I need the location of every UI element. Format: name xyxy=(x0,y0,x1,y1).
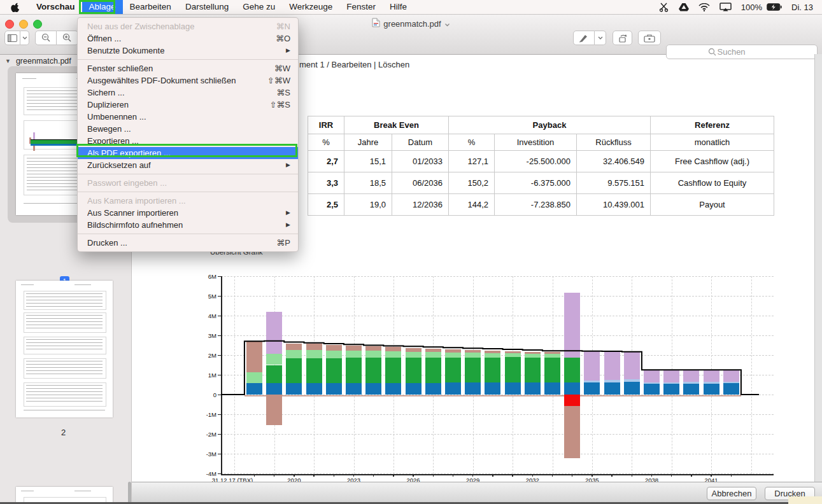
markup-pen-button[interactable] xyxy=(573,31,595,45)
menu-item-label: Bildschirmfoto aufnehmen xyxy=(87,219,278,231)
zoom-out-button[interactable] xyxy=(35,31,57,45)
menu-item[interactable]: Exportieren ... xyxy=(78,135,298,147)
markup-control xyxy=(573,31,606,45)
apple-menu-icon[interactable] xyxy=(0,2,29,12)
menu-item[interactable]: Ausgewähltes PDF-Dokument schließen⇧⌘W xyxy=(78,74,298,87)
menu-item-label: Ausgewähltes PDF-Dokument schließen xyxy=(87,74,260,87)
table-column-header: Rückfluss xyxy=(577,134,651,151)
table-row: 3,318,506/2036150,2-6.375.0009.575.151Ca… xyxy=(308,172,774,194)
menubar-item-hilfe[interactable]: Hilfe xyxy=(383,0,414,14)
table-cell: 150,2 xyxy=(449,172,495,194)
table-cell: 2,7 xyxy=(308,151,344,172)
markup-chevron[interactable] xyxy=(595,31,606,45)
screenshot-tool-icon[interactable] xyxy=(659,2,669,12)
search-input[interactable] xyxy=(716,46,776,57)
zoom-in-button[interactable] xyxy=(57,31,78,45)
menu-item[interactable]: Aus Scanner importieren▶ xyxy=(78,207,298,219)
sidebar-view-control xyxy=(4,31,29,45)
menu-item-label: Als PDF exportieren ... xyxy=(87,147,290,159)
table-cell: Free Cashflow (adj.) xyxy=(651,151,774,172)
menu-item[interactable]: Benutzte Dokumente▶ xyxy=(78,45,298,57)
document-breadcrumb[interactable]: ment 1 / Bearbeiten | Löschen xyxy=(299,60,409,69)
table-cell: 9.575.151 xyxy=(577,172,651,194)
clock-date-label[interactable]: Di. 13 xyxy=(791,3,813,12)
menu-item-shortcut: ⌘O xyxy=(276,32,290,45)
menubar-item-bearbeiten[interactable]: Bearbeiten xyxy=(123,0,178,14)
menubar-item-fenster[interactable]: Fenster xyxy=(339,0,383,14)
table-cell: 01/2033 xyxy=(392,151,449,172)
table-cell: 127,1 xyxy=(449,151,495,172)
window-title-text[interactable]: greenmatch.pdf xyxy=(383,19,441,29)
menu-item[interactable]: Duplizieren⇧⌘S xyxy=(78,99,298,111)
menu-item-label: Zurücksetzen auf xyxy=(87,159,278,171)
search-field[interactable] xyxy=(666,45,818,59)
pdf-document-icon xyxy=(372,18,380,29)
battery-charging-icon[interactable] xyxy=(767,3,782,11)
chevron-down-icon[interactable] xyxy=(444,19,450,29)
menubar-item-vorschau[interactable]: Vorschau xyxy=(29,0,82,14)
table-cell: 06/2036 xyxy=(392,172,449,194)
table-cell: 18,5 xyxy=(344,172,392,194)
page-thumbnail-3[interactable] xyxy=(16,487,113,504)
table-column-header: Investition xyxy=(495,134,577,151)
menu-item-label: Duplizieren xyxy=(87,99,262,111)
sidebar-doc-title: greenmatch.pdf xyxy=(16,57,71,66)
menubar-item-gehe-zu[interactable]: Gehe zu xyxy=(236,0,282,14)
menu-item[interactable]: Zurücksetzen auf▶ xyxy=(78,159,298,171)
menu-item-label: Passwort eingeben ... xyxy=(87,177,290,189)
toolbox-button[interactable] xyxy=(638,31,661,45)
menu-item-shortcut: ⌘S xyxy=(276,87,290,99)
rotate-button[interactable] xyxy=(613,31,632,45)
page-number-label: 2 xyxy=(61,428,66,437)
menu-item[interactable]: Fenster schließen⌘W xyxy=(78,62,298,74)
drive-icon[interactable] xyxy=(679,3,689,11)
table-cell: Payout xyxy=(651,194,774,216)
desktop-corner-peek xyxy=(788,496,822,504)
results-table: IRRBreak EvenPaybackReferenz%JahreDatum%… xyxy=(308,116,774,216)
sidebar-scrollbar[interactable] xyxy=(128,482,131,503)
menu-bar-status: 100% Di. 13 xyxy=(659,2,822,12)
sidebar-doc-header[interactable]: ▼ greenmatch.pdf xyxy=(5,57,71,66)
sidebar-view-chevron[interactable] xyxy=(20,31,29,45)
menu-item[interactable]: Als PDF exportieren ... xyxy=(78,147,298,159)
menu-item[interactable]: Bildschirmfoto aufnehmen▶ xyxy=(78,219,298,231)
menu-item[interactable]: Bewegen ... xyxy=(78,123,298,135)
menu-item[interactable]: Öffnen ...⌘O xyxy=(78,32,298,45)
table-cell: 10.439.001 xyxy=(577,194,651,216)
cancel-button[interactable]: Abbrechen xyxy=(707,487,756,500)
menu-separator xyxy=(78,234,298,234)
menu-item-label: Exportieren ... xyxy=(87,135,290,147)
window-right-scroll-strip[interactable] xyxy=(814,54,822,482)
menubar-item-ablage[interactable]: Ablage xyxy=(82,0,123,14)
file-menu: Neu aus der Zwischenablage⌘NÖffnen ...⌘O… xyxy=(77,17,299,252)
wifi-icon[interactable] xyxy=(698,3,710,11)
menu-item-label: Neu aus der Zwischenablage xyxy=(87,20,269,32)
table-cell: 19,0 xyxy=(344,194,392,216)
airplay-display-icon[interactable] xyxy=(719,3,732,11)
table-column-header: % xyxy=(308,134,344,151)
sidebar-toggle-button[interactable] xyxy=(4,31,20,45)
print-dialog-bar: Abbrechen Drucken xyxy=(132,482,822,504)
menu-item-label: Fenster schließen xyxy=(87,62,267,74)
menubar-item-werkzeuge[interactable]: Werkzeuge xyxy=(282,0,339,14)
table-cell: 15,1 xyxy=(344,151,392,172)
table-column-header: Jahre xyxy=(344,134,392,151)
menu-item-label: Drucken ... xyxy=(87,237,269,249)
table-column-header: Datum xyxy=(392,134,449,151)
table-row: 2,715,101/2033127,1-25.500.00032.406.549… xyxy=(308,151,774,172)
menu-item[interactable]: Drucken ...⌘P xyxy=(78,237,298,249)
page-thumbnail-2[interactable] xyxy=(16,281,113,417)
menu-item[interactable]: Sichern ...⌘S xyxy=(78,87,298,99)
table-cell: 144,2 xyxy=(449,194,495,216)
menubar-item-darstellung[interactable]: Darstellung xyxy=(178,0,236,14)
menu-item: Neu aus der Zwischenablage⌘N xyxy=(78,20,298,32)
screen: greenmatch.pdf xyxy=(0,0,822,504)
table-cell: 3,3 xyxy=(308,172,344,194)
battery-percent-label[interactable]: 100% xyxy=(741,3,762,12)
menu-item: Passwort eingeben ... xyxy=(78,177,298,189)
menu-item[interactable]: Umbenennen ... xyxy=(78,111,298,123)
menu-item-label: Sichern ... xyxy=(87,87,269,99)
table-cell: 32.406.549 xyxy=(577,151,651,172)
disclosure-triangle-icon[interactable]: ▼ xyxy=(5,58,11,64)
menu-item-label: Aus Kamera importieren ... xyxy=(87,195,290,207)
